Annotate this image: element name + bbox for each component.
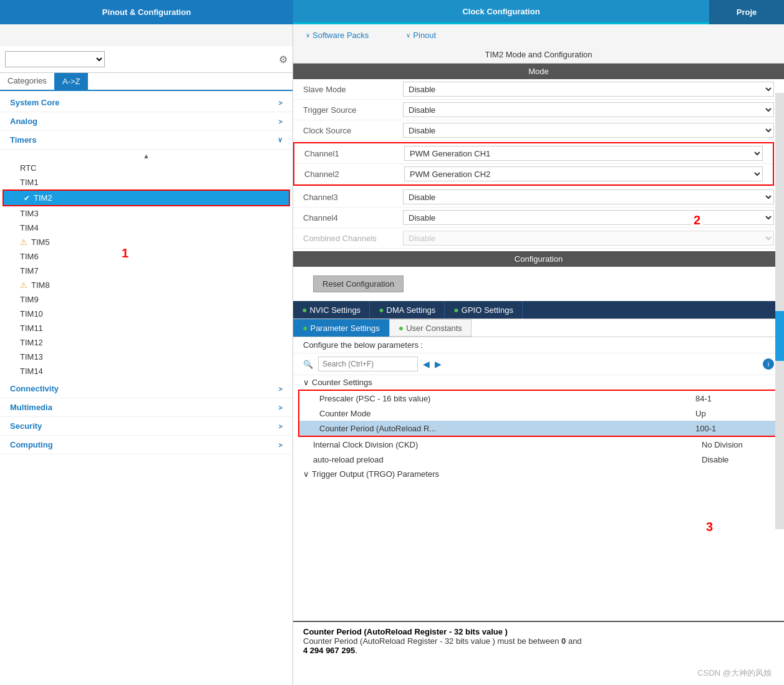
main-content: ⚙ Categories A->Z System Core > Analog > [0, 46, 784, 685]
tab-parameter-settings[interactable]: ● Parameter Settings [293, 319, 389, 337]
sidebar-item-tim14[interactable]: TIM14 [0, 364, 293, 378]
slave-mode-select[interactable]: Disable [403, 82, 774, 97]
sidebar-item-tim3[interactable]: TIM3 [0, 206, 293, 221]
sidebar-item-analog[interactable]: Analog > [0, 112, 293, 131]
chevron-icon: ∨ [406, 32, 410, 39]
param-name: Counter Period (AutoReload R... [319, 424, 695, 433]
watermark-text: CSDN @大神的风烛 [697, 668, 772, 678]
channel3-select[interactable]: Disable [403, 189, 774, 204]
sidebar-tabs: Categories A->Z [0, 73, 293, 91]
chevron-right-icon: > [279, 385, 283, 393]
chevron-right-icon: > [279, 118, 283, 125]
trigger-output-section[interactable]: ∨ Trigger Output (TRGO) Parameters [293, 467, 784, 481]
section-label: Connectivity [10, 384, 59, 393]
left-sidebar: ⚙ Categories A->Z System Core > Analog > [0, 46, 293, 685]
clock-source-label: Clock Source [303, 126, 403, 135]
sidebar-item-tim12[interactable]: TIM12 [0, 335, 293, 350]
counter-settings-label: Counter Settings [312, 378, 372, 387]
sidebar-item-tim9[interactable]: TIM9 [0, 292, 293, 307]
item-label: TIM7 [20, 266, 39, 275]
sidebar-item-tim11[interactable]: TIM11 [0, 321, 293, 335]
search-row: 🔍 ◀ ▶ i [293, 353, 784, 375]
sidebar-item-tim13[interactable]: TIM13 [0, 350, 293, 364]
section-label: Timers [10, 135, 36, 145]
chevron-down-icon: ∨ [278, 136, 283, 144]
tab-user-constants-label: User Constants [406, 323, 462, 333]
sidebar-item-tim8[interactable]: ⚠ TIM8 [0, 278, 293, 292]
trigger-source-row: Trigger Source Disable [293, 100, 784, 120]
sidebar-dropdown[interactable] [5, 51, 105, 67]
sidebar-item-tim4[interactable]: TIM4 [0, 221, 293, 235]
param-name: Internal Clock Division (CKD) [313, 440, 702, 449]
scrollbar[interactable] [775, 93, 784, 529]
trigger-source-label: Trigger Source [303, 105, 403, 115]
check-icon: ✔ [24, 194, 30, 203]
param-value: No Division [702, 440, 764, 449]
sidebar-item-computing[interactable]: Computing > [0, 436, 293, 454]
internal-clock-row: Internal Clock Division (CKD) No Divisio… [293, 437, 784, 452]
prev-arrow-icon[interactable]: ◀ [423, 359, 430, 369]
bottom-and: and [566, 636, 581, 646]
sidebar-item-system-core[interactable]: System Core > [0, 93, 293, 112]
sidebar-item-tim2[interactable]: ✔ TIM2 [4, 191, 289, 205]
tab-user-constants[interactable]: ● User Constants [389, 319, 472, 337]
tab-dma-settings[interactable]: ● DMA Settings [370, 301, 445, 319]
software-packs-label: Software Packs [312, 31, 369, 40]
center-panel-title: Clock Configuration [293, 0, 709, 24]
sidebar-item-tim5[interactable]: ⚠ TIM5 [0, 235, 293, 249]
left-space [0, 24, 293, 46]
sidebar-item-timers[interactable]: Timers ∨ [0, 131, 293, 150]
center-nav: ∨ Software Packs ∨ Pinout [293, 24, 784, 46]
chevron-right-icon: > [279, 441, 283, 449]
right-panel-title: Proje [709, 0, 784, 24]
sidebar-item-tim1[interactable]: TIM1 [0, 175, 293, 189]
tab-nvic-settings[interactable]: ● NVIC Settings [293, 301, 370, 319]
counter-settings-header[interactable]: ∨ Counter Settings [293, 375, 784, 390]
chevron-right-icon: > [279, 423, 283, 430]
sidebar-item-security[interactable]: Security > [0, 417, 293, 436]
next-arrow-icon[interactable]: ▶ [435, 359, 442, 369]
counter-period-row[interactable]: Counter Period (AutoReload R... 100-1 [299, 421, 778, 436]
pinout-nav[interactable]: ∨ Pinout [406, 31, 436, 40]
software-packs-nav[interactable]: ∨ Software Packs [306, 31, 369, 40]
item-label: TIM1 [20, 178, 39, 187]
bottom-end: . [355, 646, 357, 655]
section-label: Analog [10, 117, 37, 126]
param-name: auto-reload preload [313, 455, 702, 464]
item-label: TIM6 [20, 252, 39, 261]
reset-config-button[interactable]: Reset Configuration [313, 275, 404, 292]
bottom-desc-text: Counter Period (AutoReload Register - 32… [303, 636, 561, 646]
search-icon: 🔍 [303, 360, 313, 369]
label-1-annotation: 1 [122, 246, 128, 261]
tab-az[interactable]: A->Z [54, 73, 89, 90]
sidebar-item-tim10[interactable]: TIM10 [0, 307, 293, 321]
search-input[interactable] [318, 357, 418, 371]
reset-row: Reset Configuration [293, 267, 784, 301]
gear-icon[interactable]: ⚙ [279, 54, 288, 65]
tab-params-label: Parameter Settings [310, 323, 379, 333]
right-panel: TIM2 Mode and Configuration Mode Slave M… [293, 46, 784, 685]
label-2-annotation: 2 [691, 213, 703, 228]
left-panel-title-text: Pinout & Configuration [102, 7, 191, 17]
sidebar-item-tim6[interactable]: TIM6 [0, 249, 293, 264]
chevron-right-icon: > [279, 404, 283, 411]
clock-source-select[interactable]: Disable [403, 123, 774, 138]
section-label: System Core [10, 98, 59, 107]
trigger-source-select[interactable]: Disable [403, 102, 774, 117]
sidebar-item-rtc[interactable]: RTC [0, 161, 293, 175]
channel3-row: Channel3 Disable [293, 187, 784, 208]
tab-gpio-settings[interactable]: ● GPIO Settings [445, 301, 523, 319]
left-panel-title: Pinout & Configuration [0, 0, 293, 24]
channel4-select[interactable]: Disable [403, 210, 774, 225]
combined-channels-select[interactable]: Disable [403, 231, 774, 246]
info-icon[interactable]: i [763, 358, 774, 370]
channel2-select[interactable]: PWM Generation CH2 [404, 166, 763, 181]
tab-categories[interactable]: Categories [0, 73, 54, 90]
sidebar-item-connectivity[interactable]: Connectivity > [0, 380, 293, 398]
auto-reload-row: auto-reload preload Disable [293, 452, 784, 467]
sidebar-item-multimedia[interactable]: Multimedia > [0, 398, 293, 417]
item-label: RTC [20, 163, 36, 173]
scrollbar-thumb[interactable] [775, 311, 784, 361]
channel1-select[interactable]: PWM Generation CH1 [404, 146, 763, 161]
sidebar-item-tim7[interactable]: TIM7 [0, 264, 293, 278]
